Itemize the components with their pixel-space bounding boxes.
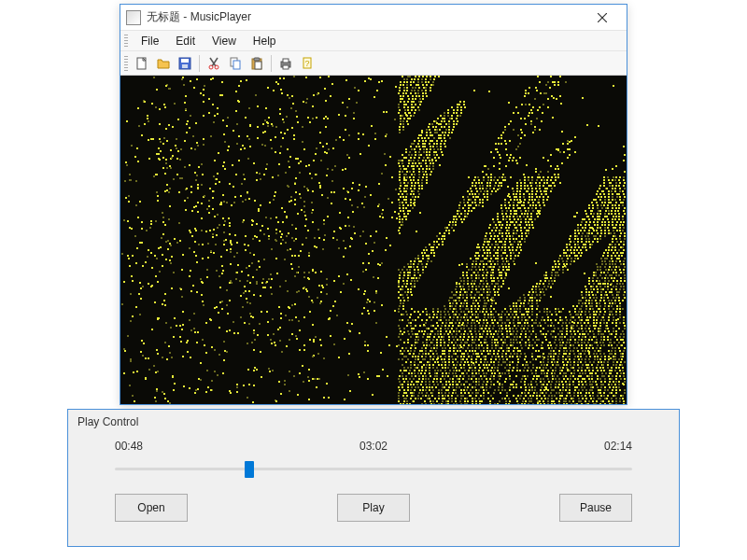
slider-track [115, 468, 632, 470]
menu-edit[interactable]: Edit [168, 33, 203, 49]
svg-text:?: ? [304, 59, 309, 68]
menubar-grip-icon [124, 35, 128, 48]
menu-view[interactable]: View [204, 33, 244, 49]
play-button-row: Open Play Pause [78, 494, 669, 522]
toolbar-save[interactable] [176, 54, 194, 73]
toolbar-grip-icon [124, 56, 128, 71]
play-control-title: Play Control [78, 415, 669, 428]
svg-rect-17 [283, 59, 289, 63]
svg-rect-15 [255, 62, 261, 69]
toolbar-open[interactable] [154, 54, 173, 73]
svg-rect-5 [181, 59, 189, 63]
toolbar-print[interactable] [276, 54, 295, 73]
main-window: 无标题 - MusicPlayer File Edit View Help [120, 4, 627, 405]
visualizer [120, 76, 627, 404]
menu-help[interactable]: Help [246, 33, 284, 49]
help-icon: ? [300, 56, 315, 71]
toolbar-paste[interactable] [247, 54, 266, 73]
open-folder-icon [156, 56, 171, 71]
paste-icon [249, 56, 264, 71]
open-button[interactable]: Open [115, 494, 188, 522]
toolbar: ? [120, 51, 627, 76]
cut-icon [206, 56, 221, 71]
play-control-panel: Play Control 00:48 03:02 02:14 Open Play… [67, 409, 680, 547]
menubar: File Edit View Help [120, 31, 627, 51]
app-icon [126, 10, 141, 25]
svg-rect-6 [182, 64, 188, 68]
toolbar-separator-icon [199, 55, 200, 72]
time-remaining: 02:14 [604, 440, 632, 453]
time-row: 00:48 03:02 02:14 [78, 440, 669, 453]
titlebar[interactable]: 无标题 - MusicPlayer [120, 5, 627, 31]
play-button[interactable]: Play [337, 494, 410, 522]
svg-point-10 [215, 65, 218, 69]
menu-file[interactable]: File [134, 33, 166, 49]
close-icon [598, 13, 607, 22]
save-icon [177, 56, 192, 71]
window-title: 无标题 - MusicPlayer [147, 9, 251, 25]
copy-icon [228, 56, 243, 71]
close-button[interactable] [584, 7, 621, 28]
svg-rect-12 [233, 61, 240, 69]
toolbar-copy[interactable] [226, 54, 245, 73]
toolbar-new[interactable] [133, 54, 151, 73]
slider-thumb[interactable] [245, 461, 254, 478]
time-elapsed: 00:48 [115, 440, 143, 453]
print-icon [278, 56, 293, 71]
toolbar-cut[interactable] [204, 54, 223, 73]
new-file-icon [134, 56, 149, 71]
toolbar-help[interactable]: ? [298, 54, 317, 73]
time-total: 03:02 [359, 440, 388, 453]
pause-button[interactable]: Pause [559, 494, 632, 522]
progress-slider[interactable] [115, 460, 632, 477]
toolbar-separator-icon [271, 55, 272, 72]
svg-rect-14 [254, 58, 260, 61]
svg-rect-18 [283, 65, 289, 69]
svg-point-9 [209, 65, 213, 69]
